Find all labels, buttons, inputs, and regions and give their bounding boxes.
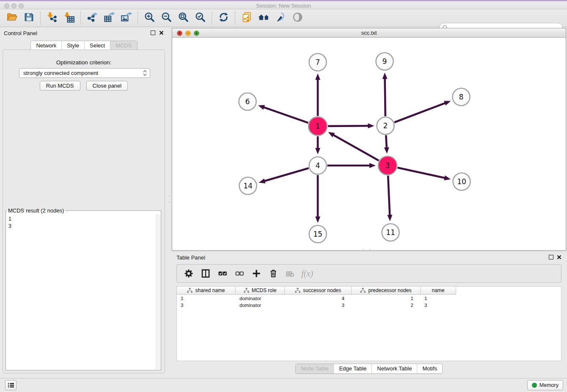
edge-arrowhead-1-2 bbox=[368, 123, 374, 128]
table-close-panel-icon[interactable] bbox=[557, 255, 561, 259]
export-image-button[interactable] bbox=[118, 11, 135, 25]
delete-table-button[interactable] bbox=[283, 267, 298, 280]
save-session-button[interactable] bbox=[20, 11, 37, 25]
tab-network[interactable]: Network bbox=[31, 41, 61, 50]
hide-graphics-details-button[interactable] bbox=[289, 11, 306, 25]
column-panel-button[interactable] bbox=[198, 267, 213, 280]
refresh-view-button[interactable] bbox=[215, 11, 232, 25]
edge-2-8[interactable] bbox=[394, 101, 451, 122]
tab-node-table[interactable]: Node Table bbox=[296, 364, 334, 373]
edge-4-15[interactable] bbox=[315, 175, 320, 223]
toolbar-separator bbox=[212, 11, 212, 25]
run-mcds-button[interactable]: Run MCDS bbox=[40, 81, 80, 91]
table-cell[interactable]: 3 bbox=[421, 302, 456, 309]
table-cell[interactable]: dominator bbox=[236, 295, 285, 302]
table-settings-button[interactable] bbox=[181, 267, 196, 280]
edge-2-3[interactable] bbox=[384, 135, 389, 154]
close-panel-icon[interactable] bbox=[159, 30, 164, 35]
edge-3-11[interactable] bbox=[387, 176, 392, 221]
first-neighbors-button[interactable] bbox=[255, 11, 272, 25]
add-column-button[interactable] bbox=[249, 267, 264, 280]
table-float-panel-icon[interactable] bbox=[549, 255, 553, 259]
node-8[interactable]: 8 bbox=[453, 88, 470, 106]
node-table[interactable]: shared name MCDS role successor nodes pr… bbox=[176, 286, 561, 361]
edge-3-1[interactable] bbox=[328, 132, 379, 160]
table-cell[interactable]: 1 bbox=[177, 295, 236, 302]
hide-graphics-details-icon bbox=[292, 11, 303, 25]
export-table-button[interactable] bbox=[101, 11, 118, 25]
node-6[interactable]: 6 bbox=[239, 93, 256, 110]
toolbar-separator bbox=[40, 11, 41, 25]
toolbar-separator bbox=[138, 11, 138, 25]
zoom-selected-button[interactable] bbox=[192, 11, 209, 25]
deselect-all-button[interactable] bbox=[232, 267, 247, 280]
clone-network-button[interactable] bbox=[238, 11, 255, 25]
table-panel: Table Panel f(x) shared name MCDS role s… bbox=[171, 252, 567, 377]
network-window-titlebar[interactable]: scc.txt bbox=[172, 28, 566, 38]
table-cell[interactable]: 1 bbox=[421, 295, 456, 302]
column-header-MCDS-role[interactable]: MCDS role bbox=[236, 287, 285, 294]
tab-motifs[interactable]: Motifs bbox=[417, 364, 442, 373]
window-title: Session: New Session bbox=[0, 3, 567, 9]
memory-status-icon bbox=[532, 383, 537, 388]
import-table-button[interactable] bbox=[61, 11, 77, 25]
table-row[interactable]: 1dominator411 bbox=[177, 295, 561, 302]
edge-1-2[interactable] bbox=[328, 123, 374, 128]
node-4[interactable]: 4 bbox=[309, 157, 327, 174]
network-canvas[interactable]: 1234678910111415 bbox=[172, 38, 566, 250]
import-network-button[interactable] bbox=[44, 11, 61, 25]
column-header-shared-name[interactable]: shared name bbox=[177, 287, 236, 294]
zoom-out-button[interactable] bbox=[158, 11, 175, 25]
tab-network-table[interactable]: Network Table bbox=[372, 364, 417, 373]
tab-select[interactable]: Select bbox=[84, 41, 110, 50]
edge-2-9[interactable] bbox=[383, 72, 388, 116]
node-14[interactable]: 14 bbox=[239, 177, 257, 195]
table-cell[interactable]: 1 bbox=[352, 295, 421, 302]
tab-edge-table[interactable]: Edge Table bbox=[333, 364, 372, 373]
node-1[interactable]: 1 bbox=[308, 117, 327, 135]
edge-3-10[interactable] bbox=[397, 168, 451, 180]
edge-4-14[interactable] bbox=[259, 168, 308, 183]
column-header-successor-nodes[interactable]: successor nodes bbox=[285, 287, 352, 294]
edge-4-3[interactable] bbox=[328, 163, 376, 168]
float-panel-icon[interactable] bbox=[151, 30, 155, 35]
node-2[interactable]: 2 bbox=[377, 117, 394, 135]
criterion-select[interactable]: strongly connected component bbox=[19, 68, 150, 78]
edge-1-4[interactable] bbox=[315, 136, 320, 155]
function-builder-button[interactable]: f(x) bbox=[300, 267, 315, 280]
zoom-in-button[interactable] bbox=[141, 11, 158, 25]
select-all-button[interactable] bbox=[215, 267, 230, 280]
edge-1-7[interactable] bbox=[315, 74, 320, 116]
edge-1-6[interactable] bbox=[258, 105, 308, 123]
show-graphics-details-icon bbox=[275, 11, 286, 25]
divider-grip-vertical[interactable] bbox=[168, 196, 171, 202]
divider-grip-horizontal[interactable] bbox=[363, 249, 370, 251]
table-cell[interactable]: 3 bbox=[285, 302, 352, 309]
node-9[interactable]: 9 bbox=[376, 53, 394, 70]
close-panel-button[interactable]: Close panel bbox=[86, 81, 128, 91]
tab-style[interactable]: Style bbox=[61, 41, 84, 50]
node-10[interactable]: 10 bbox=[453, 173, 471, 190]
node-1-label: 1 bbox=[316, 122, 320, 130]
node-15[interactable]: 15 bbox=[309, 226, 327, 243]
show-graphics-details-button[interactable] bbox=[272, 11, 289, 25]
delete-column-button[interactable] bbox=[266, 267, 281, 280]
memory-button[interactable]: Memory bbox=[527, 380, 563, 390]
node-3[interactable]: 3 bbox=[378, 156, 397, 175]
table-cell[interactable]: 4 bbox=[285, 295, 352, 302]
export-network-button[interactable] bbox=[84, 11, 101, 25]
table-cell[interactable]: 3 bbox=[177, 302, 236, 309]
zoom-fit-button[interactable] bbox=[175, 11, 192, 25]
table-cell[interactable]: 2 bbox=[352, 302, 421, 309]
node-7[interactable]: 7 bbox=[309, 54, 327, 71]
node-11[interactable]: 11 bbox=[382, 224, 399, 241]
mcds-result-text[interactable]: 1 3 bbox=[7, 215, 155, 369]
task-history-button[interactable] bbox=[5, 380, 17, 390]
mcds-result-scrollbar[interactable] bbox=[156, 214, 160, 370]
column-header-predecessor-nodes[interactable]: predecessor nodes bbox=[352, 287, 421, 294]
column-header-name[interactable]: name bbox=[421, 287, 456, 294]
table-cell[interactable]: dominator bbox=[236, 302, 285, 309]
open-file-button[interactable] bbox=[3, 11, 20, 25]
tab-mcds[interactable]: MCDS bbox=[110, 41, 137, 50]
table-row[interactable]: 3dominator323 bbox=[177, 302, 561, 309]
